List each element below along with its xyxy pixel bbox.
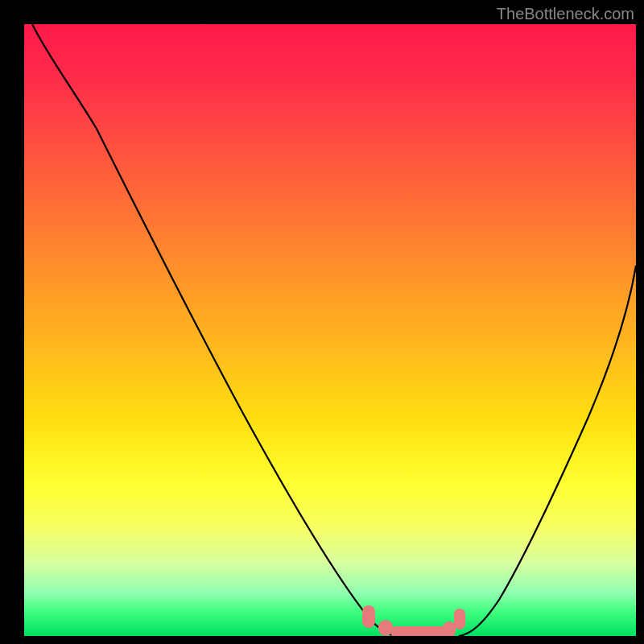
right-curve — [459, 266, 636, 636]
left-curve — [32, 24, 398, 636]
svg-rect-2 — [390, 626, 447, 636]
svg-rect-0 — [362, 605, 375, 628]
svg-rect-4 — [454, 609, 465, 630]
watermark-text: TheBottleneck.com — [497, 5, 634, 23]
plot-area — [24, 24, 636, 636]
valley-markers — [362, 605, 465, 636]
svg-rect-3 — [443, 621, 456, 636]
curve-layer — [24, 24, 636, 636]
